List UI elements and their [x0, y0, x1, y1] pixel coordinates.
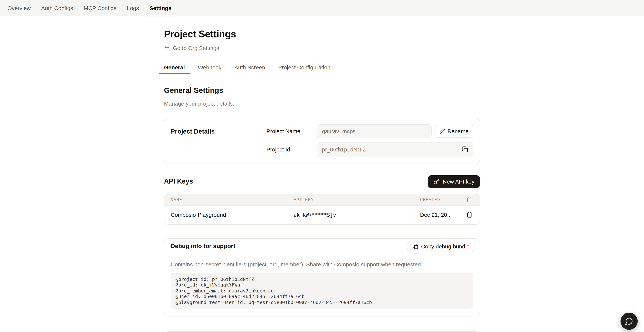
nav-item-mcp-configs[interactable]: MCP Configs [80, 0, 120, 17]
api-keys-heading: API Keys [164, 178, 193, 185]
project-details-fields: Project Name Rename Project Id [266, 124, 473, 157]
tab-general[interactable]: General [159, 61, 190, 74]
debug-line-user-id: @user_id: d5e001b0-09ac-46d2-8451-2694ff… [176, 293, 304, 299]
column-header-name: NAME [164, 197, 294, 202]
project-details-card: Project Details Project Name Rename [164, 118, 480, 163]
project-name-row: Project Name Rename [266, 124, 473, 138]
trash-icon [466, 211, 472, 218]
next-section-card-partial [164, 331, 480, 332]
project-id-row: Project Id [266, 142, 473, 157]
chat-bubble-icon [625, 317, 633, 325]
new-api-key-button[interactable]: New API key [428, 175, 480, 188]
project-id-field [317, 142, 473, 157]
project-name-field [317, 124, 432, 138]
pencil-icon [439, 128, 445, 134]
column-header-created: CREATED [420, 197, 459, 202]
copy-icon [412, 243, 418, 249]
api-key-value-cell: ak_KW7*****Sjv [294, 212, 420, 218]
project-details-title: Project Details [171, 124, 266, 157]
main-content: Project Settings Go to Org Settings Gene… [164, 17, 480, 332]
nav-item-overview[interactable]: Overview [3, 0, 35, 17]
chat-widget-button[interactable] [620, 312, 638, 330]
rename-button-label: Rename [448, 128, 468, 134]
nav-item-auth-configs[interactable]: Auth Configs [37, 0, 77, 17]
top-nav: Overview Auth Configs MCP Configs Logs S… [0, 0, 644, 17]
tab-auth-screen[interactable]: Auth Screen [230, 61, 270, 74]
trash-icon [466, 197, 472, 203]
project-id-label: Project Id [266, 146, 317, 153]
debug-line-org-id: @org_id: ok_jVveqqkYFWa- [176, 282, 243, 288]
debug-line-org-member-email: @org_member_email: gaurav@inkeep.com [176, 288, 276, 293]
debug-card-header: Debug info for support Copy debug bundle [164, 239, 480, 254]
debug-info-card: Debug info for support Copy debug bundle… [164, 238, 480, 316]
project-name-input[interactable] [322, 128, 426, 134]
nav-item-settings[interactable]: Settings [145, 0, 176, 17]
debug-line-playground-test-user-id: @playground_test_user_id: pg-test-d5e001… [176, 299, 372, 305]
debug-description: Contains non-secret identifiers (project… [171, 260, 473, 268]
go-to-org-settings-link[interactable]: Go to Org Settings [164, 45, 219, 51]
debug-card-body: Contains non-secret identifiers (project… [164, 254, 480, 316]
rename-button[interactable]: Rename [434, 125, 473, 137]
debug-code-block: @project_id: pr_06th1pLdNtTZ @org_id: ok… [171, 273, 473, 308]
copy-project-id-button[interactable] [462, 146, 468, 153]
api-keys-table: NAME API KEY CREATED Composio-Playground… [164, 194, 480, 224]
api-key-created-cell: Dec 21, 20... [420, 211, 459, 218]
corner-up-left-icon [164, 45, 170, 51]
tab-project-configuration[interactable]: Project Configuration [273, 61, 335, 74]
page-title: Project Settings [164, 28, 480, 40]
api-key-actions-cell [459, 211, 480, 218]
column-header-actions [459, 197, 480, 203]
new-api-key-label: New API key [443, 178, 474, 185]
api-keys-table-header: NAME API KEY CREATED [164, 194, 480, 205]
settings-tabs: General Webhook Auth Screen Project Conf… [159, 61, 489, 74]
copy-icon [462, 146, 468, 153]
delete-api-key-button[interactable] [466, 211, 472, 218]
general-settings-heading: General Settings [164, 85, 480, 95]
nav-item-logs[interactable]: Logs [123, 0, 143, 17]
key-icon [434, 178, 440, 184]
api-key-table-row: Composio-Playground ak_KW7*****Sjv Dec 2… [164, 205, 480, 224]
debug-card-title: Debug info for support [171, 243, 235, 249]
api-key-name-cell: Composio-Playground [164, 211, 294, 218]
app-viewport: Overview Auth Configs MCP Configs Logs S… [0, 0, 644, 332]
debug-line-project-id: @project_id: pr_06th1pLdNtTZ [176, 276, 254, 282]
tab-webhook[interactable]: Webhook [193, 61, 226, 74]
project-id-input[interactable] [322, 146, 462, 153]
api-keys-header-row: API Keys New API key [164, 175, 480, 188]
general-settings-subheading: Manage your project details. [164, 99, 480, 107]
project-name-label: Project Name [266, 128, 317, 134]
copy-debug-bundle-label: Copy debug bundle [421, 243, 470, 249]
go-to-org-settings-label: Go to Org Settings [173, 45, 219, 51]
column-header-api-key: API KEY [294, 197, 420, 202]
copy-debug-bundle-button[interactable]: Copy debug bundle [407, 240, 475, 252]
